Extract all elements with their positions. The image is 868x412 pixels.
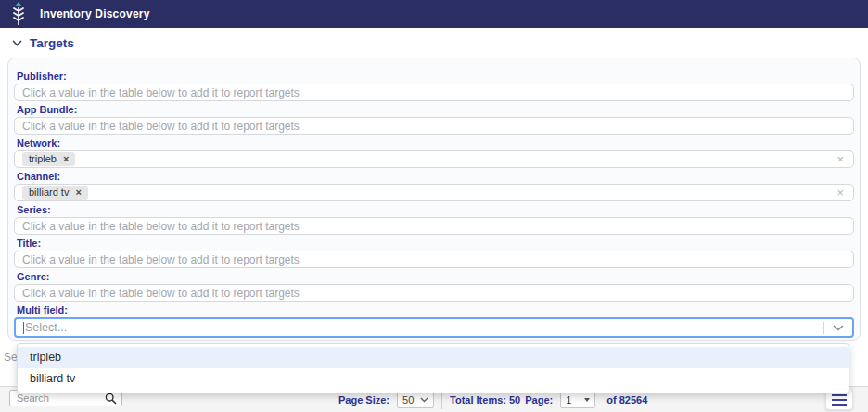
app-title: Inventory Discovery xyxy=(40,7,150,20)
text-cursor xyxy=(23,322,24,334)
channel-tag-label: billiard tv xyxy=(29,187,69,199)
magnifier-icon[interactable] xyxy=(105,393,117,405)
publisher-input[interactable] xyxy=(14,84,854,101)
field-label-channel: Channel: xyxy=(17,171,854,182)
network-tag[interactable]: tripleb × xyxy=(22,152,75,166)
page-size-select[interactable]: 50 xyxy=(397,392,434,408)
page-value: 1 xyxy=(566,394,571,406)
page-label: Page: xyxy=(525,394,553,406)
field-label-genre: Genre: xyxy=(17,271,854,282)
field-label-multi-field: Multi field: xyxy=(17,304,854,315)
field-label-publisher: Publisher: xyxy=(17,71,854,82)
channel-clear-icon[interactable]: × xyxy=(836,186,844,200)
genre-input[interactable] xyxy=(14,284,854,302)
network-clear-icon[interactable]: × xyxy=(836,152,844,166)
dropdown-option-billiard-tv[interactable]: billiard tv xyxy=(18,368,849,390)
network-tag-label: tripleb xyxy=(29,153,57,165)
channel-tag[interactable]: billiard tv × xyxy=(22,186,88,200)
title-input[interactable] xyxy=(14,251,854,268)
multi-field-placeholder: Select... xyxy=(25,321,67,334)
dropdown-option-tripleb[interactable]: tripleb xyxy=(18,347,849,368)
channel-tag-remove-icon[interactable]: × xyxy=(75,187,81,199)
series-input[interactable] xyxy=(14,217,854,235)
network-tag-remove-icon[interactable]: × xyxy=(63,153,69,165)
app-bundle-input[interactable] xyxy=(14,117,854,135)
chevron-down-icon[interactable] xyxy=(833,325,844,331)
field-label-network: Network: xyxy=(17,137,854,148)
field-label-app-bundle: App Bundle: xyxy=(17,104,854,115)
total-items-label: Total Items: 50 xyxy=(450,394,520,406)
wheat-icon xyxy=(9,2,28,26)
multi-field-dropdown: tripleb billiard tv xyxy=(17,343,849,393)
multi-field-select[interactable]: Select... xyxy=(14,317,854,338)
page-select[interactable]: 1 xyxy=(560,392,595,408)
channel-input[interactable]: billiard tv × × xyxy=(14,184,854,201)
targets-section-header[interactable]: Targets xyxy=(12,36,74,50)
hamburger-icon xyxy=(832,394,847,396)
chevron-down-icon xyxy=(12,40,22,46)
triangle-down-icon xyxy=(584,398,590,402)
targets-panel: Publisher: App Bundle: Network: tripleb … xyxy=(7,58,861,341)
section-title: Targets xyxy=(30,36,74,50)
network-input[interactable]: tripleb × × xyxy=(14,150,854,168)
field-label-title: Title: xyxy=(17,238,854,249)
app-header: Inventory Discovery xyxy=(0,0,868,28)
select-divider xyxy=(823,322,824,334)
page-size-value: 50 xyxy=(402,394,414,406)
background-text-fragment: Se xyxy=(4,351,18,364)
field-label-series: Series: xyxy=(17,204,854,215)
hamburger-icon xyxy=(832,404,847,406)
total-pages-label: of 82564 xyxy=(606,394,647,406)
search-input[interactable] xyxy=(15,392,105,405)
page-size-label: Page Size: xyxy=(338,394,389,406)
chevron-down-icon xyxy=(420,397,428,403)
hamburger-icon xyxy=(832,399,847,401)
multi-field-select-controls xyxy=(823,319,852,336)
